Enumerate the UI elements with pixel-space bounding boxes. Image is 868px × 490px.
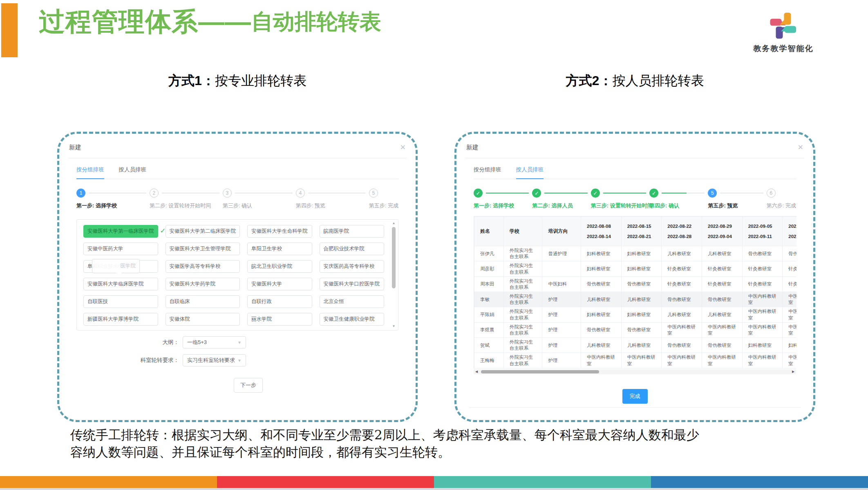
week-start-date: 2022-08-29 xyxy=(708,221,736,231)
cell-week-0: 中医内科教研室 xyxy=(581,353,622,368)
close-icon[interactable]: ✕ xyxy=(798,144,803,151)
cell-week-2: 骨伤教研室 xyxy=(662,292,702,307)
school-option-6[interactable]: 阜阳卫生学校 xyxy=(247,243,312,255)
school-option-16[interactable]: 自联医技 xyxy=(83,295,158,308)
school-option-21[interactable]: 安徽体院 xyxy=(166,313,240,326)
scroll-left-icon[interactable]: ◀ xyxy=(474,369,479,374)
table-row-1[interactable]: 周彦彰外院实习生自主联系妇科教研室妇科教研室针灸教研室针灸教研室针灸教研室针灸教… xyxy=(474,261,797,276)
cell-direction: 护理 xyxy=(542,292,581,307)
school-option-14[interactable]: 安徽医科大学 xyxy=(247,278,312,290)
method1-heading-prefix: 方式1： xyxy=(168,73,215,88)
cell-name: 李煜晨 xyxy=(474,322,504,337)
bottom-color-bar xyxy=(0,476,868,488)
col-header-2: 培训方向 xyxy=(542,217,581,246)
tab-person-1[interactable]: 按人员排班 xyxy=(516,166,544,179)
brand-logo: 教务教学智能化 xyxy=(749,11,818,54)
rotation-select[interactable]: 实习生科室轮转要求 ▼ xyxy=(183,354,246,366)
cell-school: 外院实习生自主联系 xyxy=(503,353,542,368)
table-row-7[interactable]: 王梅梅外院实习生自主联系护理中医内科教研室中医内科教研室中医内科教研室中医内科教… xyxy=(474,353,797,368)
cell-direction xyxy=(542,261,581,276)
cell-school: 外院实习生自主联系 xyxy=(503,307,542,322)
step-dot-1: ✓ xyxy=(474,189,483,198)
school-cell: 皖北卫生职业学院 xyxy=(247,260,312,273)
school-option-10[interactable]: 皖北卫生职业学院 xyxy=(247,260,312,273)
cell-week-2: 中医内科教研室 xyxy=(662,322,702,337)
tab-person-0[interactable]: 按分组排班 xyxy=(474,166,501,178)
step-top: 2 xyxy=(150,188,223,198)
cell-week-0: 妇科教研室 xyxy=(581,246,622,261)
scroll-right-icon[interactable]: ▶ xyxy=(790,369,796,374)
cell-direction: 普通护理 xyxy=(542,246,581,261)
step-dot-3: 3 xyxy=(223,189,232,198)
week-header-0: 2022-08-082022-08-14 xyxy=(581,217,622,246)
school-cell: 安徽医科大学临床医学院 xyxy=(83,278,158,290)
step-label-3: 第三步: 设置轮转开始时间 xyxy=(591,202,649,209)
school-option-11[interactable]: 安庆医药高等专科学校 xyxy=(320,260,385,273)
school-option-5[interactable]: 安徽医科大学卫生管理学院 xyxy=(166,243,240,255)
table-row-6[interactable]: 贺斌外院实习生自主联系护理儿科教研室儿科教研室骨伤教研室骨伤教研室妇科教研室妇科… xyxy=(474,338,797,353)
school-option-20[interactable]: 新疆医科大学厚博学院 xyxy=(83,313,158,326)
school-option-18[interactable]: 自联行政 xyxy=(247,295,312,308)
school-option-2[interactable]: 安徽医科大学生命科学院 xyxy=(247,225,312,238)
school-option-13[interactable]: 安徽医科大学药学院 xyxy=(166,278,240,290)
cell-week-5: 中医内科教研室 xyxy=(783,322,796,337)
step-1: ✓第一步: 选择学校 xyxy=(474,188,532,209)
week-start-date: 2022-09-05 xyxy=(748,221,777,231)
hscroll-track[interactable] xyxy=(479,369,790,374)
table-row-5[interactable]: 李煜晨外院实习生自主联系护理骨伤教研室骨伤教研室中医内科教研室中医内科教研室中医… xyxy=(474,322,797,337)
school-cell: 北京众恒 xyxy=(320,295,385,308)
school-option-9[interactable]: 安徽医学高等专科学校 xyxy=(166,260,240,273)
school-option-1[interactable]: 安徽医科大学第二临床医学院 xyxy=(166,225,240,238)
cell-direction: 护理 xyxy=(542,353,581,368)
close-icon[interactable]: ✕ xyxy=(400,144,406,151)
next-step-button[interactable]: 下一步 xyxy=(234,378,263,393)
cell-school: 外院实习生自主联系 xyxy=(503,338,542,353)
dialog-title: 新建 xyxy=(69,144,81,151)
step-4: ✓第四步: 确认 xyxy=(649,188,708,209)
school-cell: 皖南医学院 xyxy=(320,225,385,238)
school-option-7[interactable]: 合肥职业技术学院 xyxy=(320,243,385,255)
cell-week-2: 针灸教研室 xyxy=(662,276,702,292)
week-end-date: 2022-08-28 xyxy=(667,232,696,241)
outline-select[interactable]: 一临5+3 ▼ xyxy=(183,336,246,348)
scroll-up-icon[interactable]: ▲ xyxy=(391,221,396,225)
tab-group-1[interactable]: 按人员排班 xyxy=(119,166,147,178)
cell-week-4: 中医内科教研室 xyxy=(742,353,783,368)
cell-week-4: 中医内科教研室 xyxy=(742,307,783,322)
tab-group-0[interactable]: 按分组排班 xyxy=(76,166,104,179)
school-option-15[interactable]: 安徽医科大学口腔医学院 xyxy=(320,278,385,290)
school-option-19[interactable]: 北京众恒 xyxy=(320,295,385,308)
rotation-form-row: 科室轮转要求： 实习生科室轮转要求 ▼ xyxy=(76,354,398,366)
footer-note: 传统手工排轮转：根据实习大纲、和不同专业至少需要2周以上、考虑科室承载量、每个科… xyxy=(70,426,810,461)
step-6: 6第六步: 完成 xyxy=(767,188,796,209)
school-option-0[interactable]: 安徽医科大学第一临床医学院 xyxy=(83,225,158,238)
col-header-1: 学校 xyxy=(503,217,542,246)
step-2: ✓第二步: 选择人员 xyxy=(532,188,591,209)
school-option-17[interactable]: 自联临床 xyxy=(166,295,240,308)
table-row-4[interactable]: 平陈娟外院实习生自主联系护理妇科教研室妇科教研室儿科教研室儿科教研室中医内科教研… xyxy=(474,307,797,322)
step-label-5: 第五步: 预览 xyxy=(708,202,766,209)
table-hscrollbar[interactable]: ◀ ▶ xyxy=(474,369,796,374)
table-row-0[interactable]: 张伊凡外院实习生自主联系普通护理妇科教研室妇科教研室儿科教研室儿科教研室骨伤教研… xyxy=(474,246,797,261)
school-tooltip: 医学院 xyxy=(92,259,140,273)
finish-button[interactable]: 完成 xyxy=(622,389,648,404)
scrollbar-thumb[interactable] xyxy=(392,227,396,288)
school-option-12[interactable]: 安徽医科大学临床医学院 xyxy=(83,278,158,290)
school-option-22[interactable]: 丽水学院 xyxy=(247,313,312,326)
school-list-scrollbar[interactable]: ▲ ▼ xyxy=(391,221,396,328)
school-option-23[interactable]: 安徽卫生健康职业学院 xyxy=(320,313,385,326)
bottom-bar-orange xyxy=(0,476,217,488)
hscrollbar-thumb[interactable] xyxy=(481,370,599,373)
left-stepper: 1第一步: 选择学校2第二步: 设置轮转开始时间3第三步: 确认4第四步: 预览… xyxy=(76,188,398,209)
school-option-4[interactable]: 安徽中医药大学 xyxy=(83,243,158,255)
step-dot-5: 5 xyxy=(708,189,717,198)
table-row-3[interactable]: 李敏外院实习生自主联系护理儿科教研室儿科教研室骨伤教研室骨伤教研室中医内科教研室… xyxy=(474,292,797,307)
week-start-date: 2022-08-15 xyxy=(627,221,656,231)
cell-week-3: 儿科教研室 xyxy=(702,246,743,261)
scroll-down-icon[interactable]: ▼ xyxy=(391,324,396,328)
school-option-3[interactable]: 皖南医学院 xyxy=(320,225,385,238)
week-start-date: 2022-08-08 xyxy=(587,221,615,231)
school-cell: 安徽医科大学生命科学院 xyxy=(247,225,312,238)
table-row-2[interactable]: 周本田外院实习生自主联系中医妇科骨伤教研室骨伤教研室针灸教研室针灸教研室针灸教研… xyxy=(474,276,797,292)
cell-week-3: 针灸教研室 xyxy=(702,261,743,276)
